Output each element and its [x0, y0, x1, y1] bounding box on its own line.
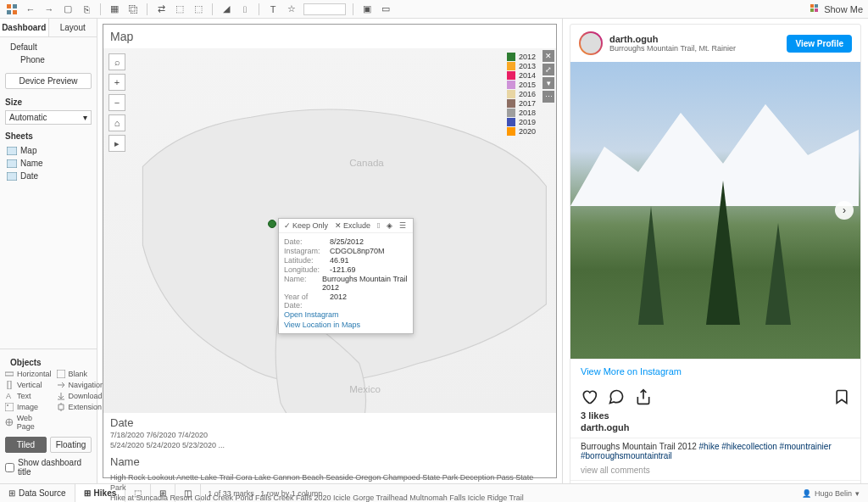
date-shelf-title: Date — [110, 416, 549, 429]
map-marker[interactable] — [268, 220, 276, 228]
legend-item-2017[interactable]: 2017 — [507, 98, 536, 108]
mark-tooltip: ✓ Keep Only ✕ Exclude 𖦹 ◈ ☰ Date:8/25/20… — [278, 218, 414, 334]
tooltip-group-icon[interactable]: 𖦹 — [377, 221, 380, 230]
map-maximise-icon[interactable]: ⤢ — [542, 64, 554, 75]
svg-rect-10 — [7, 172, 17, 181]
bookmark-icon[interactable] — [833, 388, 850, 405]
svg-rect-3 — [13, 10, 17, 14]
highlight-icon[interactable]: ◢ — [220, 3, 233, 16]
legend-item-2016[interactable]: 2016 — [507, 89, 536, 98]
find-input[interactable] — [303, 3, 346, 15]
tab-data-source[interactable]: ⊞ Data Source — [0, 484, 75, 502]
device-preview-button[interactable]: Device Preview — [5, 73, 92, 89]
user-menu[interactable]: 👤 Hugo Belin ▾ — [793, 489, 868, 498]
pin-icon[interactable]: ☆ — [285, 3, 298, 16]
device-default[interactable]: Default — [5, 41, 92, 53]
map-more-icon[interactable]: ⋯ — [542, 91, 554, 103]
tooltip-link[interactable]: View Location in Maps — [284, 320, 408, 330]
size-select[interactable]: Automatic▾ — [5, 110, 92, 125]
date-values[interactable]: 7/18/2020 7/6/2020 7/4/2020 5/24/2020 5/… — [110, 431, 549, 450]
legend-item-2012[interactable]: 2012 — [507, 52, 536, 61]
save-icon[interactable]: ▢ — [61, 3, 75, 16]
dup-icon[interactable]: ⿻ — [126, 3, 140, 16]
ig-caption: Burroughs Mountain Trail 2012 #hike #hik… — [570, 438, 860, 464]
exclude-button[interactable]: ✕ Exclude — [335, 221, 370, 230]
map-filter-icon[interactable]: ▾ — [542, 77, 554, 89]
obj-text[interactable]: AText — [5, 391, 52, 401]
sheets-label: Sheets — [0, 126, 97, 142]
svg-text:A: A — [6, 392, 11, 400]
new-sheet-icon[interactable]: ▦ — [108, 3, 121, 16]
ig-caption-user[interactable]: darth.oguh — [570, 422, 860, 438]
legend-item-2013[interactable]: 2013 — [507, 61, 536, 70]
back-icon[interactable]: ← — [24, 3, 37, 16]
legend-item-2020[interactable]: 2020 — [507, 126, 536, 136]
show-title-checkbox[interactable]: Show dashboard title — [5, 456, 92, 478]
tooltip-link[interactable]: Open Instagram — [284, 310, 408, 320]
obj-vertical[interactable]: Vertical — [5, 380, 52, 390]
map-legend: 201220132014201520162017201820192020 — [507, 52, 536, 136]
like-icon[interactable] — [581, 388, 598, 405]
sort-desc-icon[interactable]: ⬚ — [192, 3, 205, 16]
share-icon[interactable] — [635, 388, 652, 405]
svg-rect-8 — [7, 147, 17, 155]
map-search-icon[interactable]: ⌕ — [108, 53, 125, 70]
map-zoom-out-icon[interactable]: − — [108, 94, 125, 111]
map-area[interactable]: Canada Mexico Colombia ⌕ + − ⌂ ▸ 2012201… — [103, 48, 556, 413]
obj-horizontal[interactable]: Horizontal — [5, 369, 52, 379]
svg-rect-2 — [7, 10, 11, 14]
svg-rect-6 — [810, 8, 814, 12]
instagram-panel: darth.oguh Burroughs Mountain Trail, Mt.… — [563, 19, 868, 483]
sort-asc-icon[interactable]: ⬚ — [173, 3, 186, 16]
comment-icon[interactable] — [608, 388, 625, 405]
ig-location[interactable]: Burroughs Mountain Trail, Mt. Rainier — [609, 44, 780, 53]
sheets-list: Map Name Date — [0, 142, 97, 184]
tooltip-view-data-icon[interactable]: ☰ — [399, 221, 406, 230]
map-home-icon[interactable]: ⌂ — [108, 114, 125, 131]
keep-only-button[interactable]: ✓ Keep Only — [284, 221, 328, 230]
label-icon[interactable]: T — [266, 3, 280, 16]
view-profile-button[interactable]: View Profile — [787, 35, 852, 53]
name-values[interactable]: High Rock Lookout Anette Lake Trail Cora… — [103, 473, 556, 502]
map-close-icon[interactable]: ✕ — [542, 50, 554, 62]
legend-item-2019[interactable]: 2019 — [507, 117, 536, 126]
fit-icon[interactable]: ▣ — [360, 3, 374, 16]
forward-icon[interactable]: → — [42, 3, 56, 16]
new-data-icon[interactable]: ⎘ — [80, 3, 93, 16]
svg-rect-0 — [7, 4, 11, 8]
name-shelf-title: Name — [110, 455, 549, 468]
legend-item-2018[interactable]: 2018 — [507, 108, 536, 117]
objects-label: Objects — [5, 353, 92, 369]
show-me-button[interactable]: Show Me — [810, 4, 863, 14]
view-more-link[interactable]: View More on Instagram — [570, 359, 860, 383]
svg-rect-5 — [815, 4, 818, 8]
svg-rect-9 — [7, 159, 17, 168]
legend-item-2014[interactable]: 2014 — [507, 70, 536, 80]
present-icon[interactable]: ▭ — [379, 3, 392, 16]
carousel-next-icon[interactable]: › — [835, 201, 854, 220]
device-phone[interactable]: Phone — [5, 53, 92, 66]
group-icon[interactable]: 𖦹 — [238, 3, 252, 16]
ig-username[interactable]: darth.oguh — [609, 34, 780, 44]
logo-icon[interactable] — [5, 3, 19, 16]
tab-dashboard[interactable]: Dashboard — [0, 19, 49, 36]
tooltip-set-icon[interactable]: ◈ — [387, 221, 392, 230]
tab-layout[interactable]: Layout — [49, 19, 97, 36]
legend-item-2015[interactable]: 2015 — [507, 80, 536, 89]
pill-floating[interactable]: Floating — [50, 437, 92, 453]
ig-likes[interactable]: 3 likes — [570, 410, 860, 422]
pill-tiled[interactable]: Tiled — [5, 437, 47, 453]
obj-webpage[interactable]: Web Page — [5, 413, 52, 432]
view-comments-link[interactable]: view all comments — [570, 464, 860, 480]
map-zoom-in-icon[interactable]: + — [108, 74, 125, 91]
sheet-name[interactable]: Name — [0, 157, 97, 170]
obj-image[interactable]: Image — [5, 402, 52, 412]
swap-icon[interactable]: ⇄ — [154, 3, 168, 16]
avatar[interactable] — [579, 31, 603, 55]
ig-image[interactable]: › — [570, 62, 860, 359]
size-label: Size — [0, 92, 97, 109]
sheet-map[interactable]: Map — [0, 144, 97, 157]
map-pan-icon[interactable]: ▸ — [108, 135, 125, 152]
sheet-date[interactable]: Date — [0, 170, 97, 182]
svg-rect-13 — [8, 381, 11, 389]
